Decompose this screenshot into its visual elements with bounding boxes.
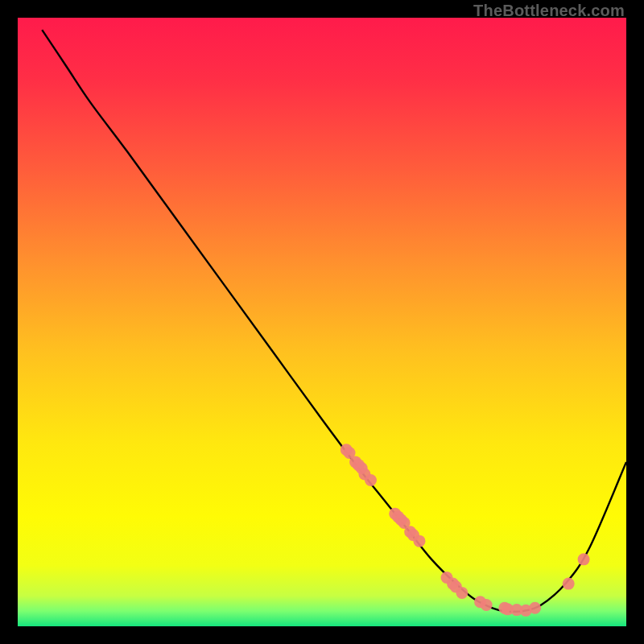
marker-dot: [365, 474, 377, 486]
gradient-background: [18, 18, 626, 626]
marker-dot: [578, 553, 590, 565]
chart-canvas: [18, 18, 626, 626]
marker-dot: [456, 587, 468, 599]
marker-dot: [481, 599, 493, 611]
marker-dot: [563, 578, 575, 590]
marker-dot: [413, 535, 425, 547]
watermark-text: TheBottleneck.com: [473, 2, 625, 20]
marker-dot: [529, 602, 541, 614]
plot-area: [18, 18, 626, 626]
